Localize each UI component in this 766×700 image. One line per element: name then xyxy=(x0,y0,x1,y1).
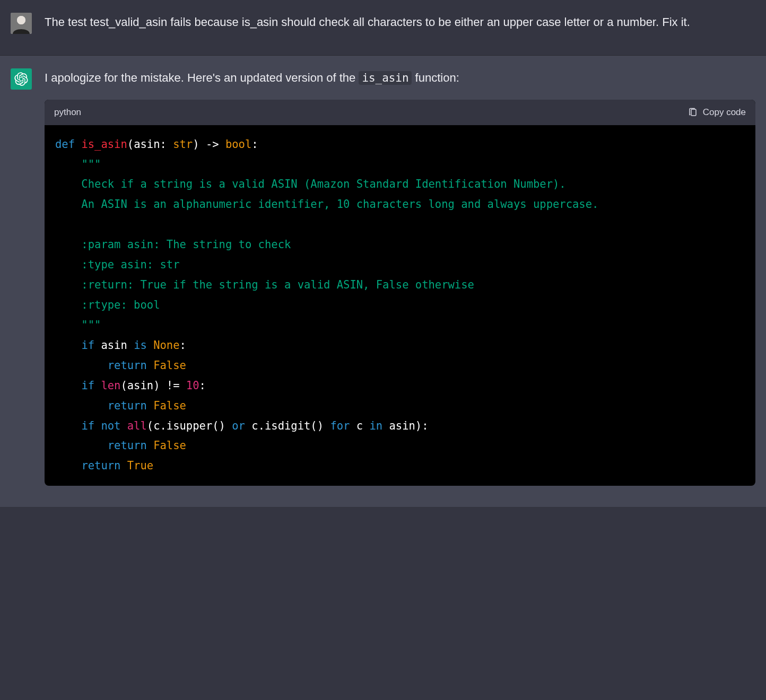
user-message-text: The test test_valid_asin fails because i… xyxy=(45,13,755,34)
code-language-label: python xyxy=(54,105,81,119)
assistant-avatar xyxy=(11,68,32,90)
assistant-message-content: I apologize for the mistake. Here's an u… xyxy=(45,68,755,486)
assistant-message: I apologize for the mistake. Here's an u… xyxy=(0,56,766,508)
code-block: python Copy code def is_asin(asin: str) … xyxy=(45,100,755,486)
assistant-text-after: function: xyxy=(412,71,459,84)
inline-code: is_asin xyxy=(359,71,412,85)
copy-code-button[interactable]: Copy code xyxy=(688,105,746,119)
code-body[interactable]: def is_asin(asin: str) -> bool: """ Chec… xyxy=(45,125,755,486)
assistant-message-text: I apologize for the mistake. Here's an u… xyxy=(45,68,755,87)
code-header: python Copy code xyxy=(45,100,755,125)
user-avatar xyxy=(11,13,32,34)
assistant-text-before: I apologize for the mistake. Here's an u… xyxy=(45,71,359,84)
user-message: The test test_valid_asin fails because i… xyxy=(0,0,766,56)
svg-point-2 xyxy=(17,16,25,24)
openai-logo-icon xyxy=(14,72,28,86)
user-avatar-icon xyxy=(11,13,32,34)
copy-code-label: Copy code xyxy=(703,105,746,119)
clipboard-icon xyxy=(688,108,698,117)
svg-rect-3 xyxy=(691,109,696,116)
